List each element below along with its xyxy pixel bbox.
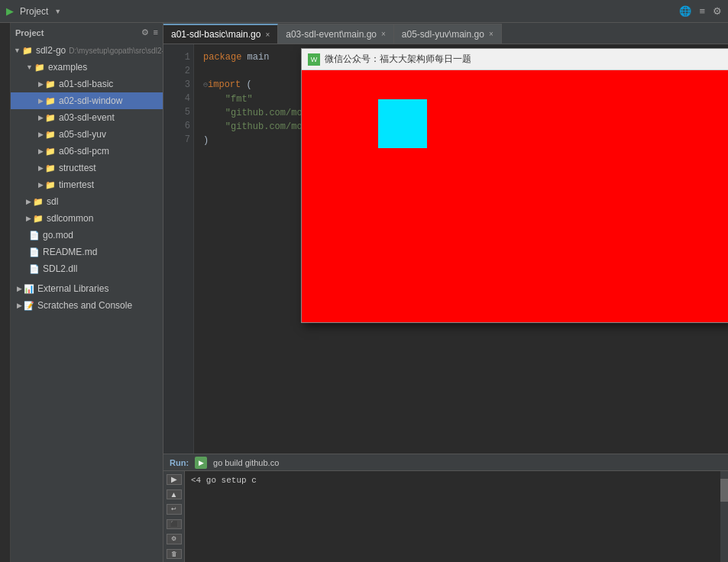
a03-label: a03-sdl-event xyxy=(59,112,115,123)
a01-arrow: ▶ xyxy=(38,80,44,88)
console-scroll-thumb[interactable] xyxy=(720,479,728,502)
console-text: <4 go setup c xyxy=(185,471,720,562)
dll-file-icon: 📄 xyxy=(29,264,40,274)
scratches-icon: 📝 xyxy=(24,301,34,311)
tree-structtest[interactable]: ▶ 📁 structtest xyxy=(11,160,163,176)
main-layout: Project ⚙ ≡ ▼ 📁 sdl2-go D:\mysetup\gopat… xyxy=(0,23,728,562)
tab-a01[interactable]: a01-sdl-basic\main.go × xyxy=(163,24,278,44)
console-scrollbar[interactable] xyxy=(720,471,728,562)
tree-sdl[interactable]: ▶ 📁 sdl xyxy=(11,193,163,210)
tree-sdlcommon[interactable]: ▶ 📁 sdlcommon xyxy=(11,210,163,227)
popup-title: 微信公众号：福大大架构师每日一题 xyxy=(325,53,728,66)
run-icon: ▶ xyxy=(195,457,207,469)
structtest-arrow: ▶ xyxy=(38,164,44,172)
scratches-label: Scratches and Console xyxy=(37,300,132,311)
gomod-file-icon: 📄 xyxy=(29,231,40,241)
gomod-label: go.mod xyxy=(43,230,73,241)
examples-arrow: ▼ xyxy=(26,63,33,71)
settings-icon[interactable]: ⚙ xyxy=(713,5,722,17)
a05-folder-icon: 📁 xyxy=(45,130,56,140)
sidebar: Project ⚙ ≡ ▼ 📁 sdl2-go D:\mysetup\gopat… xyxy=(11,23,163,562)
tree-a01[interactable]: ▶ 📁 a01-sdl-basic xyxy=(11,76,163,92)
tab-bar: a01-sdl-basic\main.go × a03-sdl-event\ma… xyxy=(163,23,728,44)
a03-folder-icon: 📁 xyxy=(45,113,56,123)
globe-icon[interactable]: 🌐 xyxy=(679,5,691,17)
a02-arrow: ▶ xyxy=(38,97,44,105)
popup-content xyxy=(302,70,728,322)
sdlcommon-arrow: ▶ xyxy=(26,215,31,222)
tab-a05-label: a05-sdl-yuv\main.go xyxy=(402,29,484,40)
sidebar-header: Project ⚙ ≡ xyxy=(11,23,163,42)
a06-label: a06-sdl-pcm xyxy=(59,146,109,157)
console-trash-btn[interactable]: 🗑 xyxy=(167,549,182,560)
tab-a05-close[interactable]: × xyxy=(489,30,493,38)
project-icon: ▶ xyxy=(6,5,14,17)
popup-app-icon: W xyxy=(308,53,320,66)
root-arrow: ▼ xyxy=(14,47,21,54)
structtest-label: structtest xyxy=(59,163,96,173)
dropdown-arrow: ▼ xyxy=(54,8,61,15)
external-libraries-label: External Libraries xyxy=(37,283,108,294)
tree-a02[interactable]: ▶ 📁 a02-sdl-window xyxy=(11,92,163,109)
tree-a06[interactable]: ▶ 📁 a06-sdl-pcm xyxy=(11,143,163,160)
sidebar-header-icons: ⚙ ≡ xyxy=(141,27,158,37)
ext-libs-icon: 📊 xyxy=(24,284,34,294)
tree-sdl2dll[interactable]: 📄 SDL2.dll xyxy=(11,260,163,277)
tab-a03[interactable]: a03-sdl-event\main.go × xyxy=(278,24,394,44)
tree-root[interactable]: ▼ 📁 sdl2-go D:\mysetup\gopath\src\sdl2-g… xyxy=(11,42,163,59)
menu-icon[interactable]: ≡ xyxy=(699,5,705,17)
console-up-btn[interactable]: ▲ xyxy=(167,489,182,500)
sidebar-project-label: Project xyxy=(15,28,44,37)
tree-examples[interactable]: ▼ 📁 examples xyxy=(11,59,163,76)
console-content: ▶ ▲ ↩ ⬛ ⚙ 🗑 <4 go setup c xyxy=(163,471,728,562)
tree-readme[interactable]: 📄 README.md xyxy=(11,244,163,260)
sdl2dll-label: SDL2.dll xyxy=(43,263,77,274)
tab-a01-close[interactable]: × xyxy=(265,31,270,39)
console-wrap-btn[interactable]: ↩ xyxy=(167,504,182,515)
console-side-buttons: ▶ ▲ ↩ ⬛ ⚙ 🗑 xyxy=(163,471,185,562)
examples-folder-icon: 📁 xyxy=(34,63,45,73)
sdlcommon-folder-icon: 📁 xyxy=(33,214,44,224)
timertest-folder-icon: 📁 xyxy=(45,180,56,190)
tab-a03-label: a03-sdl-event\main.go xyxy=(286,29,377,40)
cyan-rectangle xyxy=(378,99,427,148)
tree-scratches[interactable]: ▶ 📝 Scratches and Console xyxy=(11,297,163,314)
content-area: a01-sdl-basic\main.go × a03-sdl-event\ma… xyxy=(163,23,728,562)
timertest-arrow: ▶ xyxy=(38,181,44,189)
console-output: <4 go setup c xyxy=(191,476,257,485)
tree-timertest[interactable]: ▶ 📁 timertest xyxy=(11,176,163,193)
popup-titlebar: W 微信公众号：福大大架构师每日一题 − □ × xyxy=(302,49,728,70)
readme-file-icon: 📄 xyxy=(29,247,40,257)
a06-folder-icon: 📁 xyxy=(45,147,56,157)
a01-folder-icon: 📁 xyxy=(45,79,56,89)
popup-window: W 微信公众号：福大大架构师每日一题 − □ × xyxy=(301,48,728,323)
root-label: sdl2-go xyxy=(36,45,66,56)
console-area: ▶ ▲ ↩ ⬛ ⚙ 🗑 <4 go setup c xyxy=(163,470,728,562)
sidebar-collapse-icon[interactable]: ≡ xyxy=(154,27,158,37)
tree-a03[interactable]: ▶ 📁 a03-sdl-event xyxy=(11,109,163,126)
a05-arrow: ▶ xyxy=(38,131,44,138)
project-title: Project xyxy=(20,6,48,17)
tab-a01-label: a01-sdl-basic\main.go xyxy=(171,29,260,40)
console-play-btn[interactable]: ▶ xyxy=(167,474,182,485)
sidebar-settings-icon[interactable]: ⚙ xyxy=(141,27,149,37)
run-text: go build github.co xyxy=(213,458,279,467)
sdl-folder-icon: 📁 xyxy=(33,197,44,207)
a02-label: a02-sdl-window xyxy=(59,95,122,106)
console-filter-btn[interactable]: ⬛ xyxy=(167,519,182,530)
tree-a05[interactable]: ▶ 📁 a05-sdl-yuv xyxy=(11,126,163,143)
tab-a05[interactable]: a05-sdl-yuv\main.go × xyxy=(394,24,502,44)
root-folder-icon: 📁 xyxy=(22,46,33,56)
top-bar-icons: 🌐 ≡ ⚙ xyxy=(679,5,722,17)
bottom-run-bar: Run: ▶ go build github.co xyxy=(163,454,728,470)
tree-gomod[interactable]: 📄 go.mod xyxy=(11,227,163,244)
line-numbers: 1 2 3 4 5 6 7 xyxy=(163,44,194,454)
a06-arrow: ▶ xyxy=(38,147,44,155)
tree-external-libs[interactable]: ▶ 📊 External Libraries xyxy=(11,280,163,297)
tab-a03-close[interactable]: × xyxy=(381,30,386,38)
examples-label: examples xyxy=(48,62,87,73)
a03-arrow: ▶ xyxy=(38,114,44,121)
a01-label: a01-sdl-basic xyxy=(59,79,113,89)
console-search-btn[interactable]: ⚙ xyxy=(167,534,182,544)
a02-folder-icon: 📁 xyxy=(45,96,56,106)
